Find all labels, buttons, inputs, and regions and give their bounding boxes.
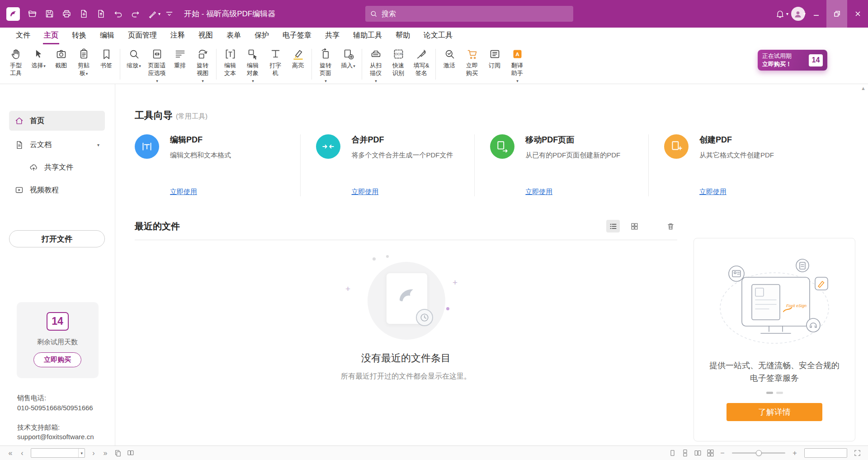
search-input[interactable] <box>382 10 569 18</box>
use-now-link[interactable]: 立即使用 <box>525 188 552 196</box>
share-document-icon[interactable] <box>92 0 109 28</box>
page-dropdown-caret-icon[interactable]: ▾ <box>78 449 85 457</box>
trial-period-badge[interactable]: 正在试用期 立即购买！ 14 <box>758 50 827 71</box>
redo-icon[interactable] <box>127 0 144 28</box>
sidebar-item-video-tutorials[interactable]: 视频教程 <box>9 180 105 200</box>
support-email-address[interactable]: support@foxitsoftware.cn <box>17 432 115 442</box>
continuous-view-button[interactable] <box>679 447 691 459</box>
use-now-link[interactable]: 立即使用 <box>699 188 726 196</box>
save-icon[interactable] <box>41 0 58 28</box>
first-page-button[interactable]: « <box>5 447 16 459</box>
promo-dot-active[interactable] <box>766 392 773 394</box>
zoom-in-button[interactable]: + <box>789 447 801 459</box>
single-page-layout-button[interactable] <box>111 447 124 459</box>
menu-comment[interactable]: 注释 <box>170 28 186 44</box>
menu-protect[interactable]: 保护 <box>254 28 270 44</box>
facing-view-button[interactable] <box>691 447 704 459</box>
sidebar-item-shared-files[interactable]: 共享文件 <box>24 159 105 176</box>
rotate-pages-button[interactable]: 旋转页面▾ <box>314 47 337 85</box>
rotate-view-button[interactable]: 旋转视图▾ <box>191 47 214 85</box>
grid-view-button[interactable] <box>627 220 641 232</box>
promo-dot[interactable] <box>776 392 783 394</box>
insert-pages-button[interactable]: 插入▾ <box>337 47 359 70</box>
page-number-box: ▾ <box>31 448 85 458</box>
open-file-icon[interactable] <box>24 0 41 28</box>
undo-icon[interactable] <box>109 0 127 28</box>
from-scanner-button[interactable]: 从扫描仪▾ <box>364 47 387 85</box>
toolbar-separator <box>435 49 436 80</box>
menu-home[interactable]: 主页 <box>43 28 59 44</box>
clock-icon <box>416 309 433 326</box>
typewriter-button[interactable]: 打字机 <box>264 47 287 77</box>
page-number-input[interactable] <box>31 449 78 457</box>
clipboard-button[interactable]: 剪贴板▾ <box>72 47 95 77</box>
menu-paper-tools[interactable]: 论文工具 <box>423 28 453 44</box>
single-page-view-button[interactable] <box>666 447 679 459</box>
facing-page-layout-button[interactable] <box>124 447 137 459</box>
hand-tool-button[interactable]: 手型工具 <box>5 47 27 77</box>
zoom-icon <box>128 48 140 60</box>
translate-assistant-button[interactable]: A翻译助手▾ <box>506 47 528 85</box>
tool-card-move-pdf-pages: 移动PDF页面从已有的PDF页面创建新的PDF 立即使用 <box>474 134 648 196</box>
search-box[interactable] <box>365 6 573 22</box>
print-icon[interactable] <box>58 0 75 28</box>
sidebar-item-cloud-docs[interactable]: 云文档 ▾ <box>9 135 105 155</box>
restore-button[interactable] <box>826 0 847 28</box>
remaining-days-caption: 剩余试用天数 <box>17 338 99 346</box>
menu-view[interactable]: 视图 <box>198 28 214 44</box>
use-now-link[interactable]: 立即使用 <box>351 188 378 196</box>
trial-line1: 正在试用期 <box>762 52 809 60</box>
menu-share[interactable]: 共享 <box>324 28 340 44</box>
next-page-button[interactable]: › <box>88 447 99 459</box>
minimize-button[interactable] <box>806 0 826 28</box>
previous-page-button[interactable]: ‹ <box>16 447 28 459</box>
clear-recent-button[interactable] <box>664 220 677 232</box>
open-file-button[interactable]: 打开文件 <box>9 230 105 247</box>
subscribe-button[interactable]: 订阅 <box>483 47 506 70</box>
collapse-toolbar-icon[interactable] <box>160 0 178 28</box>
bell-dropdown-caret-icon[interactable]: ▾ <box>786 11 788 16</box>
activate-icon <box>443 48 456 60</box>
dropdown-caret-icon: ▾ <box>516 79 519 83</box>
activate-button[interactable]: 激活 <box>438 47 461 70</box>
zoom-level-input[interactable] <box>805 449 847 457</box>
menu-organize[interactable]: 页面管理 <box>127 28 158 44</box>
learn-more-button[interactable]: 了解详情 <box>726 403 822 421</box>
scrollbar-up-icon[interactable]: ▲ <box>861 85 866 91</box>
menu-edit[interactable]: 编辑 <box>99 28 115 44</box>
use-now-link[interactable]: 立即使用 <box>170 188 197 196</box>
zoom-button[interactable]: 缩放▾ <box>123 47 145 70</box>
contact-info: 销售电话: 010-50951668/50951666 技术支持邮箱: supp… <box>17 393 115 442</box>
snapshot-button[interactable]: 截图 <box>50 47 72 70</box>
continuous-facing-view-button[interactable] <box>704 447 717 459</box>
zoom-out-button[interactable]: − <box>717 447 728 459</box>
menu-file[interactable]: 文件 <box>15 28 31 44</box>
buy-now-sidebar-button[interactable]: 立即购买 <box>33 352 81 367</box>
menu-accessibility[interactable]: 辅助工具 <box>352 28 383 44</box>
svg-text:A: A <box>515 51 519 57</box>
list-view-button[interactable] <box>606 220 620 232</box>
bookmark-button[interactable]: 书签 <box>95 47 118 70</box>
select-tool-button[interactable]: 选择▾ <box>27 47 50 70</box>
close-button[interactable] <box>847 0 868 28</box>
reflow-button[interactable]: 重排 <box>169 47 191 70</box>
zoom-slider[interactable] <box>732 452 785 454</box>
expand-caret-icon[interactable]: ▾ <box>97 142 99 147</box>
buy-now-button[interactable]: 立即购买 <box>461 47 483 77</box>
last-page-button[interactable]: » <box>99 447 111 459</box>
fit-page-button[interactable]: 页面适应选项▾ <box>145 47 169 85</box>
edit-text-button[interactable]: 编辑文本 <box>219 47 241 77</box>
zoom-slider-thumb[interactable] <box>756 450 762 456</box>
menu-form[interactable]: 表单 <box>226 28 242 44</box>
fullscreen-button[interactable] <box>851 447 863 459</box>
quick-ocr-button[interactable]: OCR快速识别 <box>387 47 410 77</box>
sidebar-item-home[interactable]: 首页 <box>9 111 105 131</box>
menu-esign[interactable]: 电子签章 <box>282 28 312 44</box>
fill-sign-button[interactable]: 填写&签名 <box>410 47 433 77</box>
edit-object-button[interactable]: 编辑对象▾ <box>241 47 264 85</box>
cloud-document-icon <box>14 140 24 150</box>
menu-convert[interactable]: 转换 <box>71 28 87 44</box>
menu-help[interactable]: 帮助 <box>395 28 411 44</box>
highlight-button[interactable]: 高亮 <box>287 47 309 70</box>
export-pdf-icon[interactable] <box>75 0 92 28</box>
